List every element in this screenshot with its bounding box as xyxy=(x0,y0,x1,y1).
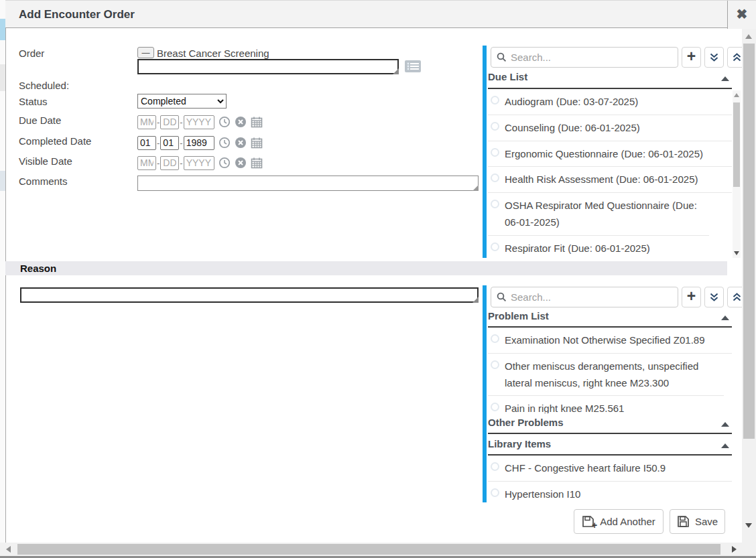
problem-search-box xyxy=(491,287,678,307)
collapse-caret-icon[interactable] xyxy=(721,422,729,427)
due-date-year-input[interactable] xyxy=(184,115,214,129)
list-item[interactable]: CHF - Congestive heart failure I50.9 xyxy=(488,456,732,482)
completed-date-label: Completed Date xyxy=(19,135,91,147)
scroll-right-icon[interactable] xyxy=(732,546,737,553)
order-name-text: Breast Cancer Screening xyxy=(157,48,269,59)
problem-add-button[interactable]: + xyxy=(682,287,701,307)
add-another-button[interactable]: + Add Another xyxy=(574,509,664,534)
problem-search-input[interactable] xyxy=(511,291,672,303)
background-page-edge xyxy=(0,0,5,558)
other-problems-section-header[interactable]: Other Problems xyxy=(488,417,732,434)
save-plus-icon: + xyxy=(582,515,594,528)
save-button[interactable]: Save xyxy=(670,509,725,534)
due-add-button[interactable]: + xyxy=(682,47,701,68)
due-search-row: + xyxy=(491,47,747,68)
scrollbar-thumb[interactable] xyxy=(743,44,755,439)
visible-date-label: Visible Date xyxy=(19,155,72,167)
list-item-label: Counseling (Due: 06-01-2025) xyxy=(505,120,640,137)
due-date-group: - - xyxy=(137,115,263,129)
scroll-down-icon[interactable] xyxy=(734,251,739,255)
due-search-input[interactable] xyxy=(511,52,672,63)
list-item[interactable]: Hypertension I10 xyxy=(488,482,732,502)
completed-date-time-button[interactable] xyxy=(218,137,231,149)
scroll-down-icon[interactable] xyxy=(745,523,752,528)
list-item[interactable]: Health Risk Assessment (Due: 06-01-2025) xyxy=(488,167,732,193)
list-item-label: Respirator Fit (Due: 06-01-2025) xyxy=(505,240,650,257)
due-expand-all-button[interactable] xyxy=(704,47,724,68)
status-select[interactable]: Completed xyxy=(137,94,227,109)
due-list-scrollbar[interactable] xyxy=(733,90,741,258)
problem-list-section-header[interactable]: Problem List xyxy=(488,310,732,328)
completed-date-calendar-button[interactable] xyxy=(251,137,263,149)
visible-date-time-button[interactable] xyxy=(218,157,231,169)
library-items-section-header[interactable]: Library Items xyxy=(488,438,732,456)
due-list-header-label: Due List xyxy=(488,71,527,82)
search-icon xyxy=(497,292,507,302)
collapse-caret-icon[interactable] xyxy=(721,316,729,320)
calendar-icon xyxy=(251,116,263,128)
list-item[interactable]: Audiogram (Due: 03-07-2025) xyxy=(488,89,732,115)
date-separator: - xyxy=(180,158,182,168)
resize-grip-icon[interactable] xyxy=(472,185,479,191)
list-item[interactable]: Examination Not Otherwise Specified Z01.… xyxy=(488,328,732,354)
search-icon xyxy=(497,52,507,62)
due-list-section-header[interactable]: Due List xyxy=(488,71,732,89)
completed-date-year-input[interactable] xyxy=(184,136,214,150)
vertical-scrollbar[interactable] xyxy=(742,29,756,543)
background-fragment xyxy=(0,171,5,191)
save-label: Save xyxy=(695,516,718,527)
comments-label: Comments xyxy=(19,176,68,187)
resize-grip-icon[interactable] xyxy=(472,297,479,303)
order-input[interactable] xyxy=(137,59,399,74)
scroll-left-icon[interactable] xyxy=(6,546,11,553)
list-item-label: Hypertension I10 xyxy=(505,486,580,502)
completed-date-clear-button[interactable] xyxy=(235,137,247,149)
add-another-label: Add Another xyxy=(600,516,655,527)
scheduled-label: Scheduled: xyxy=(19,80,69,91)
due-date-clear-button[interactable] xyxy=(235,116,247,128)
list-item[interactable]: OSHA Respirator Med Questionnaire (Due: … xyxy=(488,193,709,236)
due-date-day-input[interactable] xyxy=(160,115,179,129)
collapse-order-button[interactable]: — xyxy=(137,47,154,58)
problem-expand-all-button[interactable] xyxy=(704,287,724,307)
due-date-month-input[interactable] xyxy=(137,115,156,129)
scrollbar-thumb[interactable] xyxy=(733,102,740,187)
problem-list-header-label: Problem List xyxy=(488,310,549,322)
close-icon[interactable]: ✖ xyxy=(727,1,756,29)
scrollbar-thumb[interactable] xyxy=(17,544,720,555)
list-item[interactable]: Respirator Fit (Due: 06-01-2025) xyxy=(488,236,732,259)
collapse-caret-icon[interactable] xyxy=(721,76,729,81)
collapse-caret-icon[interactable] xyxy=(721,443,729,448)
double-chevron-up-icon xyxy=(732,292,742,302)
due-date-label: Due Date xyxy=(19,115,61,126)
visible-date-month-input[interactable] xyxy=(137,156,156,170)
list-item[interactable]: Pain in right knee M25.561 xyxy=(488,396,732,413)
completed-date-day-input[interactable] xyxy=(160,136,179,150)
scroll-up-icon[interactable] xyxy=(734,93,739,97)
reason-input[interactable] xyxy=(20,287,479,303)
list-item[interactable]: Counseling (Due: 06-01-2025) xyxy=(488,115,732,141)
reason-header-label: Reason xyxy=(20,263,56,274)
list-item[interactable]: Ergonomic Questionnaire (Due: 06-01-2025… xyxy=(488,141,732,167)
due-date-time-button[interactable] xyxy=(218,116,231,128)
clock-icon xyxy=(218,157,231,169)
problem-list-rows: Examination Not Otherwise Specified Z01.… xyxy=(488,328,732,413)
scrollbar-corner xyxy=(742,543,756,556)
completed-date-month-input[interactable] xyxy=(137,136,156,150)
x-circle-icon xyxy=(235,137,247,149)
scroll-up-icon[interactable] xyxy=(745,34,752,39)
visible-date-calendar-button[interactable] xyxy=(251,157,263,169)
order-list-picker-button[interactable] xyxy=(404,60,422,76)
list-item[interactable]: Other meniscus derangements, unspecified… xyxy=(488,354,724,397)
resize-grip-icon[interactable] xyxy=(393,68,399,74)
x-circle-icon xyxy=(235,116,247,128)
due-search-box xyxy=(491,47,678,68)
radio-circle-icon xyxy=(491,242,499,251)
horizontal-scrollbar[interactable] xyxy=(0,543,742,556)
due-date-calendar-button[interactable] xyxy=(251,116,263,128)
calendar-icon xyxy=(251,157,263,169)
comments-input[interactable] xyxy=(137,176,479,191)
visible-date-day-input[interactable] xyxy=(160,156,179,170)
visible-date-year-input[interactable] xyxy=(184,156,214,170)
visible-date-clear-button[interactable] xyxy=(235,157,247,169)
